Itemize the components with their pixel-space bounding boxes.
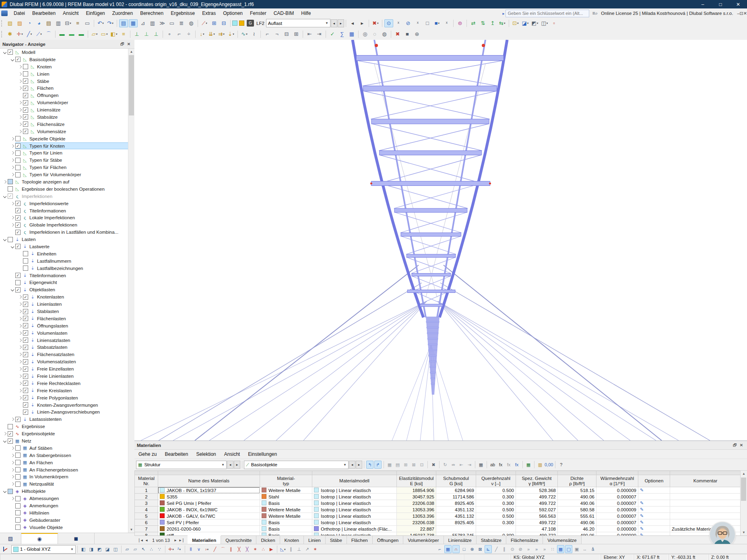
base-objects-combobox[interactable]: ⟋Basisobjekte▼ [244,461,349,469]
align-right-icon[interactable]: ¬ [272,30,281,38]
panel-menu-einstellungen[interactable]: Einstellungen [244,451,281,458]
options-cell[interactable]: ✎ [638,513,670,519]
expander-icon[interactable] [9,166,15,169]
dropdown-arrow-icon[interactable]: ▾ [207,548,209,551]
column-header-nu[interactable]: Querdehnzahlν [--] [476,475,516,487]
child-restore-icon[interactable]: ⊡ [740,11,743,16]
free-load-icon[interactable]: ⇣▾ [227,30,235,38]
tree-item-linien[interactable]: ◺Linien [0,70,134,78]
tree-item-öffnungslasten[interactable]: ✓⇣Öffnungslasten [0,322,134,329]
edit-options-icon[interactable]: ✎ [640,526,644,531]
coordinate-system-combobox[interactable]: 1 - Global XYZ▼ [11,545,76,554]
visibility-checkbox[interactable] [15,165,21,170]
poisson-ratio-cell[interactable]: 0.500 [476,487,516,494]
tree-item-freie-einzellasten[interactable]: ✓⇣Freie Einzellasten [0,365,134,373]
edit-options-icon[interactable]: ✎ [640,533,644,535]
selection-window-icon[interactable]: ▢ [565,545,572,553]
sync-table-icon[interactable]: ↱ [374,461,382,469]
scrollbar-thumb[interactable] [129,55,134,115]
edit-options-icon[interactable]: ✎ [640,507,644,512]
menu-einfgen[interactable]: Einfügen [82,9,108,17]
visibility-checkbox[interactable]: ✓ [23,309,28,314]
options-cell[interactable]: ✎ [638,519,670,526]
tree-item-anmerkungen[interactable]: ◈Anmerkungen [0,502,134,509]
chevron-right-icon[interactable] [10,475,14,478]
draw-line-icon[interactable]: ╱ [211,545,219,553]
structure-combobox[interactable]: ▦Struktur▼ [136,461,227,469]
grid-view-icon[interactable]: ▦ [129,19,138,27]
snap-tangent-icon[interactable]: ⊘ [517,545,524,553]
expander-icon[interactable] [17,368,23,370]
snap-extension-icon[interactable]: » [525,545,532,553]
tree-item-volumenlasten[interactable]: ✓⇣Volumenlasten [0,329,134,337]
table-tab-dicken[interactable]: Dicken [256,536,280,544]
material-model-cell[interactable]: Isotrop | Linear elastisch [312,532,397,536]
table-scrollbar-thumb[interactable] [741,478,746,501]
chevron-right-icon[interactable] [3,432,6,435]
expander-icon[interactable] [9,159,15,161]
zoom-icon[interactable]: ◎ [361,30,369,38]
move-z-icon[interactable]: ↥ [488,19,497,27]
poisson-ratio-cell[interactable]: 0.300 [476,519,516,526]
table-tab-volumenkörper[interactable]: Volumenkörper [403,536,444,544]
visibility-checkbox[interactable] [15,172,21,177]
solid-numbering-icon[interactable]: ■▾ [433,19,442,27]
line-support-icon[interactable]: ⊥ [142,30,151,38]
filter-next-button[interactable]: ▸ [356,461,362,469]
sync-selection-icon[interactable]: ↰ [366,461,374,469]
surface-support-icon[interactable]: ⊥ [152,30,161,38]
tree-item-titelinformationen[interactable]: ✓ςTitelinformationen [0,207,134,214]
chevron-right-icon[interactable] [18,331,21,334]
material-number[interactable]: 3 [135,500,158,506]
visibility-checkbox[interactable]: ✓ [8,431,13,436]
workplane-object-icon[interactable]: ∵ [156,545,163,553]
visibility-checkbox[interactable]: ✓ [23,388,28,393]
density-cell[interactable]: 490.06 [558,519,596,526]
table-add-icon[interactable]: ⊞ [402,461,409,469]
dock-window-icon[interactable]: ⊟ [219,19,228,27]
tree-item-volumensatzlasten[interactable]: ✓⇣Volumensatzlasten [0,358,134,365]
visibility-checkbox[interactable]: ✓ [23,381,28,386]
chevron-right-icon[interactable] [18,382,21,385]
table-tab-querschnitte[interactable]: Querschnitte [221,536,256,544]
tree-item-typen-für-stäbe[interactable]: ◺Typen für Stäbe [0,156,134,164]
tree-item-flächen[interactable]: ✓◺Flächen [0,84,134,92]
chevron-down-icon[interactable]: ▼ [323,21,328,25]
expander-icon[interactable] [17,339,23,342]
material-type-cell[interactable]: Basis [260,519,312,526]
insert-surface-icon[interactable]: ▱▾ [90,30,99,38]
view-mode-icon[interactable]: ◪▾ [521,19,530,27]
table-tab-flächen[interactable]: Flächen [347,536,373,544]
delete-loads-icon[interactable]: ✖▾ [371,19,380,27]
expander-icon[interactable] [17,73,23,75]
material-type-cell[interactable]: Basis [260,532,312,536]
visibility-checkbox[interactable] [15,503,21,509]
units-icon[interactable]: ▥ [537,461,544,469]
member-set-icon[interactable]: ▬ [77,30,86,38]
tree-item-freie-linienlasten[interactable]: ✓⇣Freie Linienlasten [0,373,134,380]
chevron-right-icon[interactable] [18,108,21,111]
last-page-button[interactable]: ▸❘ [179,538,185,542]
specific-weight-cell[interactable]: 566.563 [516,513,558,519]
specific-weight-cell[interactable]: 47.108 [516,526,558,532]
snap-line-icon[interactable]: ╱ [493,545,500,553]
options-cell[interactable]: ✎ [638,532,670,536]
material-number[interactable]: 8 [135,532,158,536]
insert-rib-icon[interactable]: ▬ [67,30,76,38]
toolbar-grip[interactable] [1,20,4,27]
thermal-expansion-cell[interactable]: 0.000009 [596,487,638,494]
scroll-up-icon[interactable]: ▲ [128,49,134,55]
chevron-right-icon[interactable] [10,454,14,457]
printout-report-icon[interactable]: ▥ [54,19,63,27]
chevron-right-icon[interactable] [18,303,21,306]
chevron-right-icon[interactable] [18,367,21,371]
eccentricity-icon[interactable]: ⌐ [175,30,184,38]
material-name-cell[interactable]: JAKOB - INOX, 6x19WC [158,506,260,513]
expander-icon[interactable] [2,432,8,435]
visibility-checkbox[interactable]: ✓ [15,417,21,422]
tree-item-flächensatzlasten[interactable]: ✓⇣Flächensatzlasten [0,351,134,358]
modify-structure-icon[interactable]: ≀ [250,30,258,38]
visibility-checkbox[interactable] [15,158,21,163]
model-viewport-3d[interactable] [134,40,747,441]
expander-icon[interactable] [17,360,23,363]
